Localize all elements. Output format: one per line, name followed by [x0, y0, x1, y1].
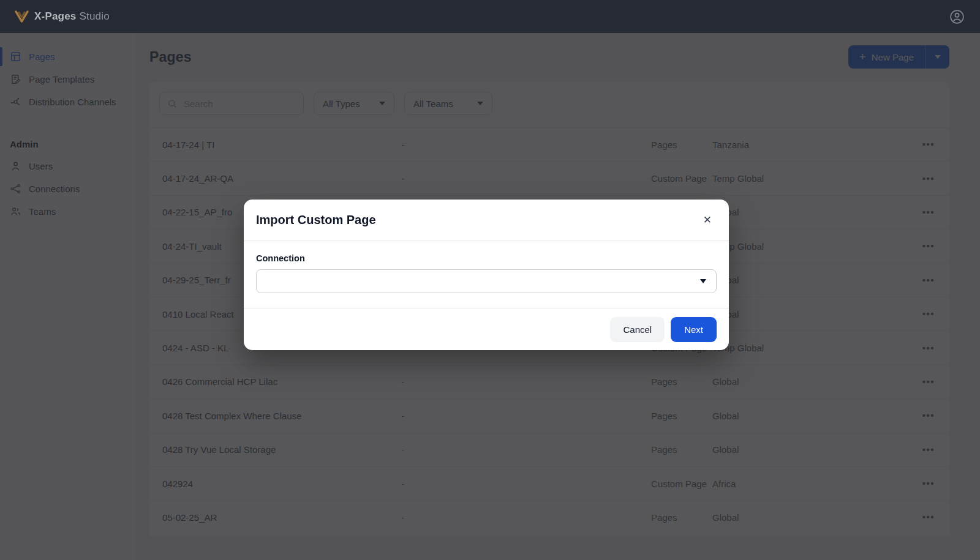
cancel-button[interactable]: Cancel — [610, 317, 665, 342]
connection-label: Connection — [256, 253, 717, 263]
x-pages-logo-icon — [15, 10, 29, 23]
app-title: X-PagesStudio — [34, 10, 110, 23]
top-navbar: X-PagesStudio — [0, 0, 980, 33]
close-icon[interactable]: ✕ — [701, 212, 714, 228]
user-avatar-icon[interactable] — [948, 8, 965, 25]
brand: X-PagesStudio — [15, 10, 110, 23]
connection-select[interactable] — [256, 269, 717, 293]
app-title-bold: X-Pages — [34, 10, 77, 22]
import-custom-page-modal: Import Custom Page ✕ Connection Cancel N… — [244, 200, 729, 350]
app-title-light: Studio — [80, 10, 110, 22]
chevron-down-icon — [700, 279, 706, 283]
next-button[interactable]: Next — [671, 317, 717, 342]
modal-title: Import Custom Page — [256, 213, 376, 227]
